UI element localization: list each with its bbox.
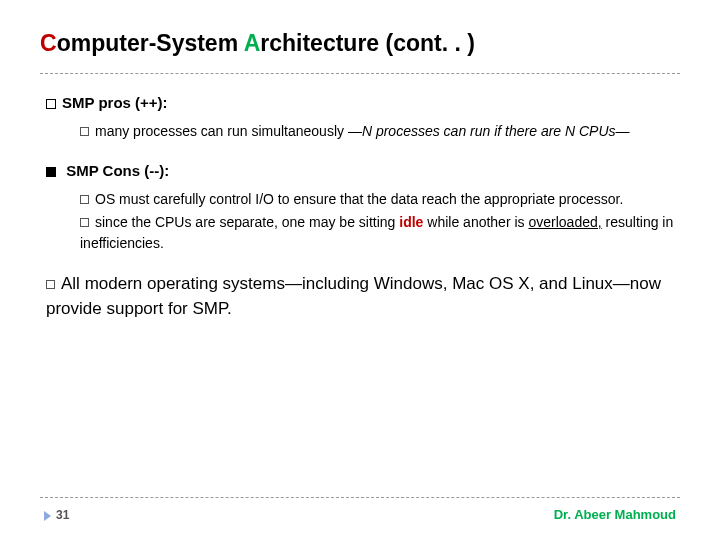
- pros-text-pre: many processes can run simultaneously: [95, 123, 348, 139]
- square-bullet-icon: [46, 99, 56, 109]
- slide-body: SMP pros (++): many processes can run si…: [40, 92, 680, 321]
- title-char-a: A: [244, 30, 261, 56]
- triangle-icon: [44, 511, 51, 521]
- title-part1: omputer-System: [57, 30, 244, 56]
- pros-prefix: SMP: [62, 94, 94, 111]
- cons-item-1: OS must carefully control I/O to ensure …: [80, 189, 680, 210]
- pros-heading: SMP pros (++):: [46, 92, 680, 113]
- modern-text: modern operating systems—including Windo…: [46, 274, 661, 318]
- cons2-pre: since the CPUs are separate, one may be …: [95, 214, 399, 230]
- box-bullet-icon: [46, 280, 55, 289]
- square-bullet-filled-icon: [46, 167, 56, 177]
- cons-label: SMP Cons (--):: [62, 162, 169, 179]
- modern-paragraph: All modern operating systems—including W…: [46, 272, 680, 321]
- title-part2: rchitecture (cont. . ): [260, 30, 475, 56]
- cons2-idle: idle: [399, 214, 423, 230]
- page-number: 31: [56, 508, 69, 522]
- cons-item-2: since the CPUs are separate, one may be …: [80, 212, 680, 254]
- slide-title: Computer-System Architecture (cont. . ): [40, 30, 680, 57]
- box-bullet-icon: [80, 195, 89, 204]
- cons-heading: SMP Cons (--):: [46, 160, 680, 181]
- cons-item1-text: OS must carefully control I/O to ensure …: [95, 191, 623, 207]
- pros-item: many processes can run simultaneously —N…: [80, 121, 680, 142]
- modern-pre: All: [61, 274, 80, 293]
- pros-text-em: —N processes can run if there are N CPUs…: [348, 123, 630, 139]
- divider-top: [40, 73, 680, 74]
- author-name: Dr. Abeer Mahmoud: [554, 507, 676, 522]
- divider-bottom: [40, 497, 680, 498]
- cons-items: OS must carefully control I/O to ensure …: [80, 189, 680, 254]
- cons2-mid: while another is: [423, 214, 528, 230]
- box-bullet-icon: [80, 218, 89, 227]
- box-bullet-icon: [80, 127, 89, 136]
- title-char-c: C: [40, 30, 57, 56]
- cons2-over: overloaded,: [528, 214, 601, 230]
- pros-suffix: pros (++):: [94, 94, 167, 111]
